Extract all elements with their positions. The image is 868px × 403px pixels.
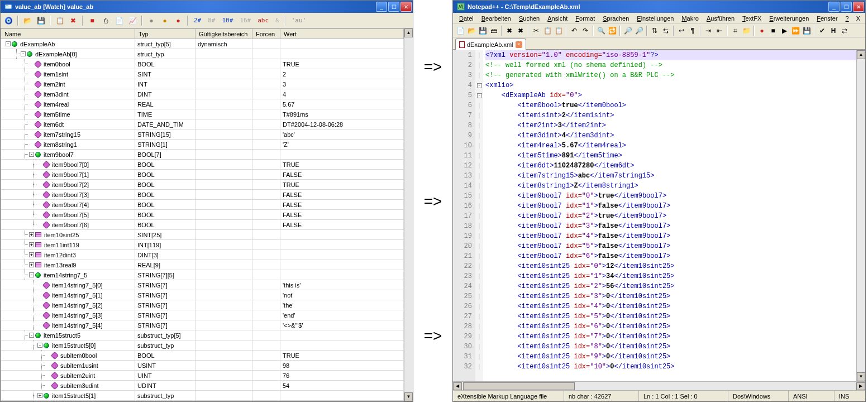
- tool-macro-repeat-icon[interactable]: ⏩: [790, 26, 800, 36]
- menu-suchen[interactable]: Suchen: [515, 14, 543, 23]
- table-row[interactable]: item9bool7[0]BOOLTRUE: [1, 160, 404, 170]
- tool-wrap-icon[interactable]: ↩: [676, 26, 686, 36]
- code-line[interactable]: <item0bool>true</item0bool>: [485, 100, 856, 111]
- scroll-thumb[interactable]: [463, 382, 575, 390]
- tool-macro-save-icon[interactable]: 💾: [802, 26, 812, 36]
- table-row[interactable]: item7string15STRING[15]'abc': [1, 129, 404, 140]
- watch-maximize-button[interactable]: ☐: [388, 2, 399, 12]
- code-line[interactable]: <item9bool7 idx="2">true</item9bool7>: [485, 211, 856, 221]
- col-force[interactable]: Forcen: [252, 29, 280, 39]
- scroll-right-icon[interactable]: ▶: [856, 382, 865, 390]
- table-row[interactable]: item6dtDATE_AND_TIMDT#2004-12-08-06:28: [1, 119, 404, 129]
- table-row[interactable]: subitem0boolBOOLTRUE: [1, 351, 404, 361]
- table-row[interactable]: -item15struct5substruct_typ[5]: [1, 330, 404, 340]
- expand-icon[interactable]: +: [29, 262, 34, 267]
- variable-value[interactable]: 3: [280, 79, 404, 89]
- variable-value[interactable]: [280, 401, 404, 402]
- variable-value[interactable]: [280, 340, 404, 351]
- variable-force[interactable]: [252, 49, 280, 59]
- watch-close-button[interactable]: ✕: [400, 2, 412, 12]
- fold-cell[interactable]: |: [475, 221, 483, 231]
- tool-macro-play-icon[interactable]: ▶: [779, 26, 789, 36]
- variable-force[interactable]: [252, 89, 280, 99]
- variable-force[interactable]: [252, 59, 280, 69]
- code-line[interactable]: <item6dt>1102487280</item6dt>: [485, 161, 856, 171]
- variable-force[interactable]: [252, 129, 280, 140]
- variable-value[interactable]: [280, 230, 404, 240]
- variable-value[interactable]: T#891ms: [280, 109, 404, 119]
- tool-record-icon[interactable]: ■: [87, 15, 98, 26]
- menu-fenster[interactable]: Fenster: [813, 14, 841, 23]
- variable-value[interactable]: FALSE: [280, 170, 404, 180]
- code-line[interactable]: <item10sint25 idx="0">12</item10sint25>: [485, 261, 856, 271]
- menu-textfx[interactable]: TextFX: [738, 14, 765, 23]
- variable-force[interactable]: [252, 340, 280, 351]
- code-line[interactable]: <?xml version="1.0" encoding="iso-8859-1…: [485, 50, 856, 60]
- tool-close-icon[interactable]: ✖: [504, 26, 514, 36]
- tool-base16[interactable]: 16#: [237, 15, 253, 26]
- fold-collapse-icon[interactable]: -: [477, 83, 482, 88]
- code-line[interactable]: <item10sint25 idx="1">34</item10sint25>: [485, 271, 856, 281]
- variable-force[interactable]: [252, 401, 280, 402]
- table-row[interactable]: -item15struct5[0]substruct_typ: [1, 340, 404, 351]
- fold-cell[interactable]: |: [475, 201, 483, 211]
- variable-force[interactable]: [252, 140, 280, 150]
- watch-minimize-button[interactable]: _: [376, 2, 387, 12]
- table-row[interactable]: item14string7_5[1]STRING[7]'not': [1, 290, 404, 300]
- fold-cell[interactable]: |: [475, 100, 483, 111]
- code-line[interactable]: <item10sint25 idx="4">0</item10sint25>: [485, 301, 856, 311]
- tool-compare-icon[interactable]: ⇄: [840, 26, 850, 36]
- variable-force[interactable]: [252, 109, 280, 119]
- col-value[interactable]: Wert: [280, 29, 404, 39]
- fold-cell[interactable]: |: [475, 161, 483, 171]
- table-row[interactable]: item14string7_5[0]STRING[7]'this is': [1, 280, 404, 290]
- tool-zoomout-icon[interactable]: 🔎: [634, 26, 644, 36]
- table-row[interactable]: item9bool7[5]BOOLFALSE: [1, 210, 404, 220]
- tool-snapshot-icon[interactable]: ⎙: [100, 15, 111, 26]
- fold-cell[interactable]: |: [475, 271, 483, 281]
- code-line[interactable]: <item10sint25 idx="7">0</item10sint25>: [485, 332, 856, 342]
- watch-grid[interactable]: Name Typ Gültigkeitsbereich Forcen Wert …: [1, 28, 404, 401]
- tool-hex-icon[interactable]: H: [828, 26, 838, 36]
- tool-guide-icon[interactable]: ⌗: [730, 26, 740, 36]
- tool-sync-v-icon[interactable]: ⇅: [650, 26, 660, 36]
- fold-cell[interactable]: -: [475, 80, 483, 90]
- fold-cell[interactable]: |: [475, 332, 483, 342]
- variable-value[interactable]: 98: [280, 361, 404, 371]
- tool-copy-icon[interactable]: 📋: [542, 26, 552, 36]
- code-area[interactable]: <?xml version="1.0" encoding="iso-8859-1…: [483, 50, 856, 381]
- variable-force[interactable]: [252, 361, 280, 371]
- watch-titlebar[interactable]: value_ab [Watch] value_ab _ ☐ ✕: [1, 1, 413, 13]
- variable-force[interactable]: [252, 200, 280, 210]
- fold-cell[interactable]: |: [475, 171, 483, 181]
- menu-bearbeiten[interactable]: Bearbeiten: [478, 14, 515, 23]
- fold-cell[interactable]: |: [475, 231, 483, 241]
- collapse-icon[interactable]: -: [37, 343, 42, 348]
- variable-force[interactable]: [252, 190, 280, 200]
- variable-value[interactable]: 'not': [280, 290, 404, 300]
- code-line[interactable]: <item7string15>abc</item7string15>: [485, 171, 856, 181]
- fold-cell[interactable]: |: [475, 191, 483, 201]
- menu-erweiterungen[interactable]: Erweiterungen: [765, 14, 813, 23]
- expand-icon[interactable]: +: [29, 252, 34, 257]
- variable-value[interactable]: 'Z': [280, 140, 404, 150]
- fold-cell[interactable]: |: [475, 362, 483, 372]
- fold-cell[interactable]: |: [475, 111, 483, 121]
- variable-value[interactable]: [280, 240, 404, 250]
- fold-cell[interactable]: |: [475, 181, 483, 191]
- table-row[interactable]: item14string7_5[4]STRING[7]'<>&"'$': [1, 320, 404, 330]
- expand-icon[interactable]: +: [29, 232, 34, 237]
- fold-cell[interactable]: |: [475, 251, 483, 261]
- table-row[interactable]: item9bool7[3]BOOLFALSE: [1, 190, 404, 200]
- variable-force[interactable]: [252, 381, 280, 391]
- variable-value[interactable]: TRUE: [280, 160, 404, 170]
- variable-force[interactable]: [252, 119, 280, 129]
- table-row[interactable]: item2intINT3: [1, 79, 404, 89]
- tool-zoomin-icon[interactable]: 🔎: [623, 26, 633, 36]
- code-line[interactable]: <item10sint25 idx="6">0</item10sint25>: [485, 322, 856, 332]
- variable-force[interactable]: [252, 310, 280, 320]
- variable-force[interactable]: [252, 320, 280, 330]
- tool-base8[interactable]: 8#: [206, 15, 217, 26]
- menu-einstellungen[interactable]: Einstellungen: [633, 14, 678, 23]
- variable-force[interactable]: [252, 391, 280, 401]
